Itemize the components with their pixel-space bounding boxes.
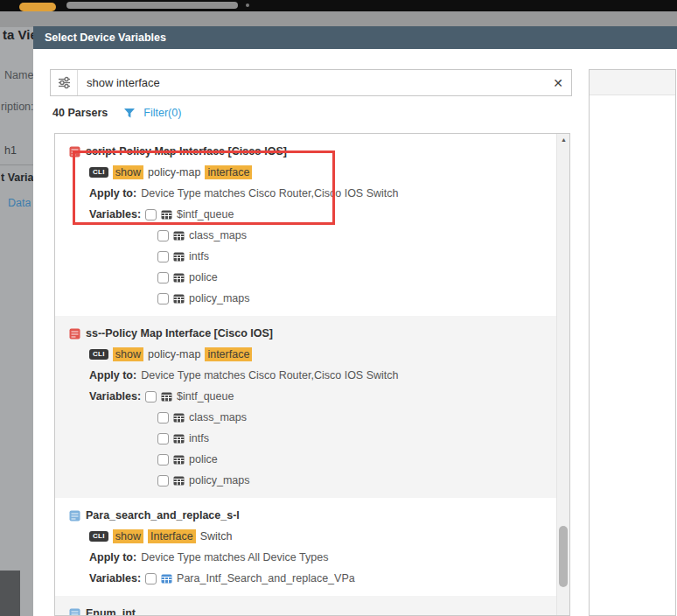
variable-name: police [189, 271, 218, 284]
parser-name: Enum_int [86, 607, 136, 616]
variable-name: Para_Intf_Search_and_replace_VPa [177, 572, 355, 584]
cli-badge: CLI [89, 167, 108, 178]
selected-variables-panel-header [590, 70, 675, 95]
browser-dot-icon [246, 4, 249, 7]
table-icon [173, 454, 185, 466]
parser-item: Enum_int [55, 596, 557, 616]
background-page-title: ta Vie [3, 27, 38, 42]
variable-name: intfs [189, 432, 209, 444]
red-parser-icon [69, 146, 80, 158]
variable-checkbox[interactable] [157, 293, 169, 304]
variables-label: Variables: [89, 208, 141, 220]
scrollbar-thumb[interactable] [559, 526, 568, 587]
filter-link[interactable]: Filter(0) [143, 107, 181, 119]
background-variables-tab: t Varia [1, 172, 34, 184]
variable-name: $intf_queue [177, 390, 234, 402]
blue-parser-icon [69, 510, 80, 522]
parser-item: Para_search_and_replace_s-lCLIshowInterf… [55, 498, 557, 596]
variable-checkbox[interactable] [145, 391, 157, 402]
variable-name: police [189, 453, 218, 466]
cli-text: Switch [200, 530, 233, 542]
apply-to-label: Apply to: [89, 187, 136, 200]
table-icon [173, 251, 185, 262]
table-icon [173, 475, 185, 486]
variable-row: police [157, 267, 557, 288]
apply-to-label: Apply to: [89, 551, 136, 564]
variable-name: intfs [189, 250, 209, 262]
parser-search-box: ✕ [50, 69, 572, 96]
background-dark-block [0, 570, 20, 616]
highlighted-keyword: Interface [148, 529, 196, 543]
variable-checkbox[interactable] [157, 251, 169, 262]
apply-to-value: Device Type matches Cisco Router,Cisco I… [141, 369, 398, 382]
blue-parser-icon [69, 608, 80, 616]
variables-label: Variables: [89, 572, 141, 584]
parser-list-box: script-Policy Map Interface [Cisco IOS]C… [54, 133, 570, 616]
variable-row: police [157, 449, 557, 470]
variable-row: policy_maps [157, 288, 557, 309]
table-icon [173, 272, 185, 284]
variable-row: Variables:$intf_queue [89, 204, 557, 225]
variable-checkbox[interactable] [157, 475, 169, 486]
parser-item: script-Policy Map Interface [Cisco IOS]C… [55, 134, 557, 316]
highlighted-keyword: show [113, 347, 143, 361]
parser-name: Para_search_and_replace_s-l [86, 509, 240, 522]
highlighted-keyword: interface [205, 347, 252, 361]
variable-row: class_maps [157, 407, 557, 428]
variable-name: $intf_queue [177, 208, 234, 220]
highlighted-keyword: interface [205, 165, 252, 179]
results-row: 40 Parsers Filter(0) [52, 103, 181, 122]
background-data-link: Data [8, 197, 31, 209]
background-device-name: h1 [4, 144, 17, 157]
list-scrollbar[interactable]: ▲ [556, 134, 569, 615]
variable-checkbox[interactable] [157, 230, 169, 242]
variable-name: class_maps [189, 411, 247, 424]
address-bar[interactable] [66, 2, 238, 9]
background-divider [0, 164, 33, 165]
sliders-icon [57, 75, 72, 90]
parser-name: script-Policy Map Interface [Cisco IOS] [86, 145, 287, 158]
red-parser-icon [69, 328, 80, 340]
parser-item: ss--Policy Map Interface [Cisco IOS]CLIs… [55, 316, 557, 498]
filter-funnel-icon[interactable] [123, 108, 136, 119]
background-name-label: Name: [4, 69, 37, 81]
clear-search-icon[interactable]: ✕ [545, 76, 571, 90]
browser-logo [19, 3, 56, 11]
highlighted-keyword: show [113, 165, 143, 179]
variable-row: intfs [157, 246, 557, 267]
results-count: 40 Parsers [52, 107, 108, 119]
modal-title: Select Device Variables [45, 26, 166, 49]
apply-to-value: Device Type matches Cisco Router,Cisco I… [141, 187, 398, 200]
variable-row: class_maps [157, 225, 557, 246]
table-icon [173, 293, 185, 304]
variable-checkbox[interactable] [145, 573, 157, 584]
variable-name: class_maps [189, 229, 247, 242]
apply-to-label: Apply to: [89, 369, 136, 382]
selected-variables-panel [589, 69, 676, 616]
modal-header: Select Device Variables [33, 26, 677, 49]
parser-list: script-Policy Map Interface [Cisco IOS]C… [55, 134, 557, 616]
variable-name: policy_maps [189, 474, 249, 486]
table-icon [173, 230, 185, 242]
search-input[interactable] [78, 70, 545, 95]
cli-badge: CLI [89, 349, 108, 360]
variable-checkbox[interactable] [157, 412, 169, 424]
browser-top-bar [0, 0, 677, 11]
search-filter-toggle[interactable] [51, 70, 78, 95]
background-description-label: ription: [1, 101, 34, 113]
select-device-variables-modal: Select Device Variables ✕ 40 Parsers Fil… [33, 26, 677, 616]
scroll-up-button[interactable]: ▲ [557, 134, 570, 146]
variable-checkbox[interactable] [145, 209, 157, 220]
variable-checkbox[interactable] [157, 433, 169, 444]
variable-row: Variables:$intf_queue [89, 386, 557, 407]
variable-row: policy_maps [157, 470, 557, 491]
variable-checkbox[interactable] [157, 272, 169, 284]
variable-checkbox[interactable] [157, 454, 169, 466]
variable-name: policy_maps [189, 292, 249, 304]
page-header-band [0, 11, 677, 27]
variable-row: intfs [157, 428, 557, 449]
apply-to-value: Device Type matches All Device Types [141, 551, 328, 564]
table-icon [161, 209, 172, 220]
highlighted-keyword: show [113, 529, 143, 543]
parser-name: ss--Policy Map Interface [Cisco IOS] [86, 327, 273, 340]
